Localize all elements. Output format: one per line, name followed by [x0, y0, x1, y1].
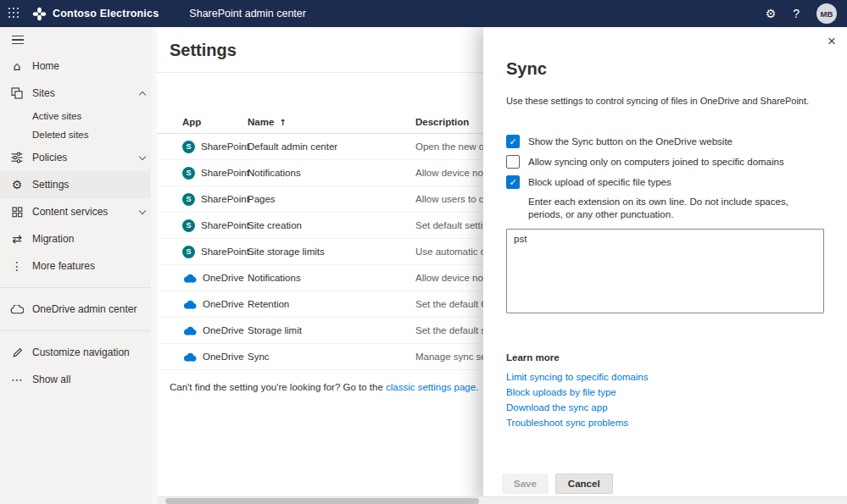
content-services-icon: [10, 207, 24, 218]
cancel-button[interactable]: Cancel: [555, 474, 613, 494]
link-troubleshoot-sync[interactable]: Troubleshoot sync problems: [506, 415, 824, 430]
extensions-help-text: Enter each extension on its own line. Do…: [528, 196, 824, 221]
sharepoint-icon: S: [182, 219, 195, 232]
sidebar-item-settings[interactable]: ⚙ Settings: [0, 171, 157, 198]
sidebar: ⌂ Home Sites Active sites Deleted sites …: [0, 27, 157, 504]
classic-settings-link[interactable]: classic settings page: [386, 382, 476, 392]
pencil-icon: [10, 347, 24, 358]
home-icon: ⌂: [10, 59, 24, 73]
check-icon: ✓: [509, 177, 516, 188]
panel-description: Use these settings to control syncing of…: [506, 96, 824, 106]
brand-name: Contoso Electronics: [53, 8, 159, 19]
sharepoint-icon: S: [182, 141, 195, 153]
check-icon: ✓: [509, 136, 516, 147]
onedrive-icon: [182, 274, 197, 283]
chevron-down-icon: [139, 207, 146, 213]
sidebar-item-show-all[interactable]: ⋯ Show all: [0, 366, 157, 393]
onedrive-cloud-icon: [10, 305, 24, 314]
help-icon[interactable]: ?: [793, 7, 800, 20]
sidebar-item-customize-navigation[interactable]: Customize navigation: [0, 339, 157, 366]
sidebar-scrollbar[interactable]: [150, 27, 157, 504]
onedrive-icon: [182, 300, 197, 309]
sidebar-divider: [0, 330, 157, 331]
column-header-name[interactable]: Name↑: [248, 117, 415, 127]
app-launcher-icon[interactable]: [0, 0, 29, 27]
account-avatar[interactable]: MB: [816, 3, 837, 24]
sharepoint-icon: S: [182, 246, 195, 258]
checkbox-row: ✓ Show the Sync button on the OneDrive w…: [506, 135, 824, 148]
panel-footer: Save Cancel: [502, 474, 613, 494]
close-icon[interactable]: ×: [827, 34, 836, 48]
scrollbar-thumb[interactable]: [165, 498, 479, 504]
blocked-extensions-input[interactable]: pst: [506, 229, 824, 313]
sidebar-item-home[interactable]: ⌂ Home: [0, 53, 157, 80]
checkbox-show-sync-button[interactable]: ✓: [506, 135, 520, 148]
save-button[interactable]: Save: [502, 474, 549, 494]
topbar-actions: ⚙ ? MB: [766, 3, 847, 24]
link-download-sync-app[interactable]: Download the sync app: [506, 400, 824, 415]
checkbox-block-file-types[interactable]: ✓: [506, 175, 520, 189]
sharepoint-icon: S: [182, 193, 195, 206]
sync-panel: × Sync Use these settings to control syn…: [483, 27, 847, 504]
horizontal-scrollbar[interactable]: [157, 496, 847, 504]
ellipsis-icon: ⋯: [10, 373, 24, 386]
gear-icon: ⚙: [10, 178, 24, 191]
link-limit-syncing[interactable]: Limit syncing to specific domains: [506, 369, 824, 385]
sidebar-item-sites[interactable]: Sites: [0, 80, 157, 107]
learn-more-title: Learn more: [506, 352, 824, 363]
learn-more-section: Learn more Limit syncing to specific dom…: [506, 352, 824, 430]
chevron-up-icon: [139, 91, 146, 97]
hamburger-icon: [12, 36, 24, 45]
sidebar-item-deleted-sites[interactable]: Deleted sites: [0, 125, 157, 144]
collapse-nav-button[interactable]: [0, 27, 157, 53]
sidebar-item-active-sites[interactable]: Active sites: [0, 107, 157, 125]
sharepoint-icon: S: [182, 167, 195, 180]
settings-gear-icon[interactable]: ⚙: [766, 7, 777, 20]
brand: Contoso Electronics: [32, 7, 159, 21]
chevron-down-icon: [139, 152, 146, 159]
onedrive-icon: [182, 352, 197, 362]
checkbox-row: ✓ Allow syncing only on computers joined…: [506, 155, 824, 169]
policies-icon: [10, 152, 24, 163]
sort-ascending-icon: ↑: [279, 118, 286, 127]
onedrive-icon: [182, 326, 197, 335]
more-features-icon: ⋮: [10, 259, 24, 273]
sidebar-item-content-services[interactable]: Content services: [0, 198, 157, 225]
checkbox-domain-joined-sync[interactable]: ✓: [506, 155, 520, 169]
column-header-app[interactable]: App: [182, 117, 248, 127]
sidebar-item-onedrive-admin-center[interactable]: OneDrive admin center: [0, 296, 157, 323]
link-block-uploads[interactable]: Block uploads by file type: [506, 385, 824, 400]
checkbox-row: ✓ Block upload of specific file types: [506, 175, 824, 189]
panel-title: Sync: [506, 59, 824, 79]
app-title: SharePoint admin center: [189, 8, 306, 19]
sidebar-item-more-features[interactable]: ⋮ More features: [0, 252, 157, 280]
sidebar-item-migration[interactable]: ⇄ Migration: [0, 225, 157, 252]
sidebar-item-policies[interactable]: Policies: [0, 144, 157, 171]
migration-icon: ⇄: [10, 232, 24, 246]
contoso-logo-icon: [32, 7, 47, 21]
sites-icon: [10, 87, 24, 99]
sidebar-divider: [0, 287, 157, 288]
top-bar: Contoso Electronics SharePoint admin cen…: [0, 0, 847, 27]
